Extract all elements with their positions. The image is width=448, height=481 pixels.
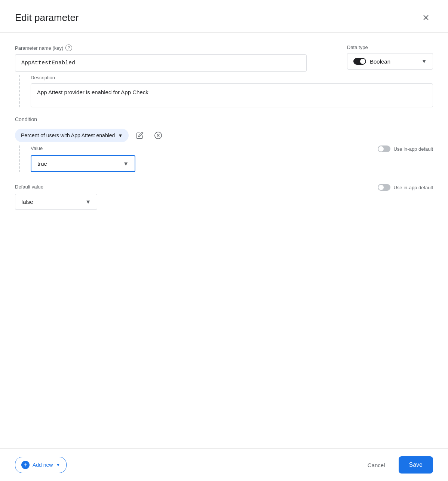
condition-row: Percent of users with App Attest enabled… (15, 128, 433, 143)
data-type-label: Data type (347, 45, 433, 50)
add-new-label: Add new (33, 462, 53, 468)
chevron-down-icon: ▼ (421, 58, 427, 64)
data-type-value: Boolean (370, 58, 418, 65)
add-new-chevron-icon: ▼ (56, 462, 60, 468)
value-chevron-icon: ▼ (123, 160, 129, 167)
circle-x-icon (154, 131, 162, 140)
default-value-section: Default value Use in-app default false ▼ (15, 184, 433, 210)
default-value-label: Default value (15, 184, 43, 190)
default-value-select[interactable]: false ▼ (15, 194, 97, 210)
boolean-toggle-icon (353, 58, 366, 65)
value-section: Value Use in-app default true ▼ (19, 145, 433, 172)
condition-chip[interactable]: Percent of users with App Attest enabled… (15, 129, 129, 142)
add-new-button[interactable]: + Add new ▼ (15, 457, 67, 473)
remove-condition-button[interactable] (151, 128, 165, 143)
edit-condition-button[interactable] (133, 129, 147, 142)
param-name-row: Parameter name (key) ? Data type Boolean… (15, 45, 433, 72)
condition-section-label: Condition (15, 116, 433, 122)
dialog-title: Edit parameter (15, 12, 79, 24)
description-section: Description App Attest provider is enabl… (19, 75, 433, 107)
param-name-group: Parameter name (key) ? (15, 45, 338, 72)
use-in-app-default-toggle[interactable] (378, 145, 390, 152)
pencil-icon (136, 132, 144, 139)
dialog-header: Edit parameter (0, 0, 448, 33)
default-value-select-text: false (21, 199, 82, 205)
default-chevron-icon: ▼ (85, 199, 91, 205)
value-select[interactable]: true ▼ (31, 155, 135, 172)
description-group: Description App Attest provider is enabl… (31, 75, 433, 107)
param-name-input[interactable] (15, 54, 307, 72)
default-use-in-app-default-row: Use in-app default (378, 184, 433, 191)
close-icon (422, 13, 430, 22)
footer-actions: Cancel Save (362, 456, 433, 474)
value-label: Value (31, 145, 43, 151)
description-input[interactable]: App Attest provider is enabled for App C… (31, 83, 433, 107)
param-name-label: Parameter name (key) ? (15, 45, 338, 51)
condition-chip-text: Percent of users with App Attest enabled (21, 132, 115, 138)
condition-chip-arrow-icon: ▼ (118, 133, 123, 138)
dialog-footer: + Add new ▼ Cancel Save (0, 448, 448, 481)
close-button[interactable] (419, 10, 433, 25)
cancel-button[interactable]: Cancel (362, 458, 391, 472)
data-type-select[interactable]: Boolean ▼ (347, 53, 433, 70)
value-row: Value Use in-app default (31, 145, 433, 152)
plus-circle-icon: + (21, 461, 30, 469)
default-value-row: Default value Use in-app default (15, 184, 433, 191)
use-in-app-default-label: Use in-app default (393, 146, 433, 152)
edit-parameter-dialog: Edit parameter Parameter name (key) ? Da… (0, 0, 448, 481)
data-type-group: Data type Boolean ▼ (347, 45, 433, 70)
use-in-app-default-row: Use in-app default (378, 145, 433, 152)
save-button[interactable]: Save (399, 456, 433, 474)
default-use-in-app-default-label: Use in-app default (393, 185, 433, 190)
description-label: Description (31, 75, 433, 80)
dialog-body: Parameter name (key) ? Data type Boolean… (0, 33, 448, 448)
help-icon[interactable]: ? (65, 45, 72, 51)
default-use-in-app-default-toggle[interactable] (378, 184, 390, 191)
value-select-text: true (37, 160, 120, 167)
